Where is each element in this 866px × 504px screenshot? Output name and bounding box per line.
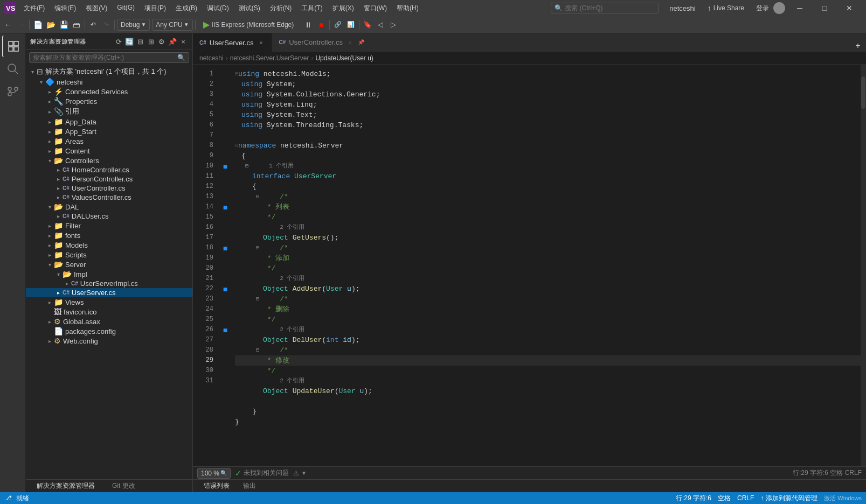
- toolbar-nav-next-btn[interactable]: ▷: [387, 19, 399, 31]
- bottom-tab-errors[interactable]: 错误列表: [197, 480, 236, 493]
- statusbar-space[interactable]: 空格: [718, 494, 731, 503]
- sidebar-settings-btn[interactable]: ⚙: [157, 37, 167, 46]
- debug-config-dropdown[interactable]: Debug ▼: [117, 19, 150, 31]
- activity-git[interactable]: [2, 81, 24, 102]
- live-share-button[interactable]: ↑ Live Share: [702, 3, 750, 13]
- sidebar-show-all-btn[interactable]: ⊞: [146, 37, 156, 46]
- toolbar-bookmark-btn[interactable]: 🔖: [362, 19, 373, 31]
- statusbar-position[interactable]: 行:29 字符:6: [676, 494, 711, 503]
- tree-filter[interactable]: ▸ 📁 Filter: [26, 221, 192, 230]
- menu-window[interactable]: 窗口(W): [359, 3, 391, 14]
- tree-solution-root[interactable]: ▾ ⊟ 解决方案 'netceshi' (1 个项目，共 1 个): [26, 66, 192, 77]
- tree-homecontroller[interactable]: ▸ C# HomeController.cs: [26, 165, 192, 174]
- menu-edit[interactable]: 编辑(E): [50, 3, 80, 14]
- new-tab-btn[interactable]: +: [852, 40, 864, 52]
- toolbar-attach-btn[interactable]: 🔗: [332, 19, 344, 31]
- menu-tools[interactable]: 工具(T): [297, 3, 327, 14]
- toolbar-stop-btn[interactable]: ■: [315, 19, 327, 31]
- tree-scripts[interactable]: ▸ 📁 Scripts: [26, 250, 192, 260]
- tree-valuescontroller[interactable]: ▸ C# ValuesController.cs: [26, 193, 192, 202]
- statusbar-encoding[interactable]: CRLF: [737, 494, 754, 502]
- menu-build[interactable]: 生成(B): [171, 3, 202, 14]
- tab-userserver-close[interactable]: ×: [257, 38, 265, 47]
- tree-userserver[interactable]: ▸ C# UserServer.cs: [26, 288, 192, 297]
- zoom-dropdown[interactable]: 100 % 🔍: [197, 468, 231, 479]
- statusbar-manage-code[interactable]: ↑ 添加到源代码管理: [760, 494, 817, 503]
- tree-userserverimpl[interactable]: ▸ C# UserServerImpl.cs: [26, 279, 192, 288]
- code-content[interactable]: ⊟using netceshi.Models; using System; us…: [231, 65, 861, 466]
- fold-23[interactable]: ■: [223, 285, 227, 293]
- tree-favicon[interactable]: ▸ 🖼 favicon.ico: [26, 307, 192, 317]
- title-search-box[interactable]: 🔍: [551, 3, 659, 13]
- tree-app-data[interactable]: ▸ 📁 App_Data: [26, 117, 192, 127]
- menu-view[interactable]: 视图(V): [81, 3, 112, 14]
- toolbar-save-all-btn[interactable]: 🗃: [71, 19, 82, 31]
- close-button[interactable]: ✕: [837, 0, 862, 16]
- sidebar-pin-btn[interactable]: 📌: [168, 37, 177, 46]
- tree-app-start[interactable]: ▸ 📁 App_Start: [26, 127, 192, 136]
- maximize-button[interactable]: □: [812, 0, 837, 16]
- toolbar-undo-btn[interactable]: ↶: [87, 19, 99, 31]
- editor-tab-usercontroller[interactable]: C# UserController.cs × 📌: [272, 33, 371, 52]
- toolbar-open-btn[interactable]: 📂: [45, 19, 57, 31]
- title-search-input[interactable]: [565, 4, 635, 12]
- tree-personcontroller[interactable]: ▸ C# PersonController.cs: [26, 174, 192, 184]
- solution-search-bar[interactable]: 🔍: [29, 52, 189, 63]
- tree-daluser[interactable]: ▸ C# DALUser.cs: [26, 212, 192, 221]
- tree-usercontroller[interactable]: ▸ C# UserController.cs: [26, 184, 192, 193]
- activity-search[interactable]: [2, 58, 24, 80]
- sidebar-close-btn[interactable]: ×: [178, 37, 188, 46]
- menu-extensions[interactable]: 扩展(X): [328, 3, 358, 14]
- menu-file[interactable]: 文件(F): [19, 3, 49, 14]
- statusbar-ready[interactable]: 就绪: [16, 494, 29, 503]
- editor-tab-userserver[interactable]: C# UserServer.cs ×: [193, 33, 272, 52]
- breadcrumb-project[interactable]: netceshi: [199, 54, 224, 62]
- menu-git[interactable]: Git(G): [113, 3, 139, 14]
- toolbar-redo-btn[interactable]: ↷: [100, 19, 112, 31]
- sidebar-refresh-btn[interactable]: 🔄: [124, 37, 134, 46]
- minimize-button[interactable]: ─: [787, 0, 812, 16]
- menu-analyze[interactable]: 分析(N): [266, 3, 296, 14]
- fold-19[interactable]: ■: [223, 244, 227, 253]
- tree-server[interactable]: ▾ 📂 Server: [26, 260, 192, 269]
- statusbar-git-icon[interactable]: ⎇: [4, 494, 12, 502]
- tree-models[interactable]: ▸ 📁 Models: [26, 240, 192, 250]
- platform-dropdown[interactable]: Any CPU ▼: [152, 19, 192, 31]
- tree-fonts[interactable]: ▸ 📁 fonts: [26, 230, 192, 240]
- tree-webconfig[interactable]: ▸ ⚙ Web.config: [26, 336, 192, 346]
- toolbar-pause-btn[interactable]: ⏸: [302, 19, 314, 31]
- breadcrumb-method[interactable]: UpdateUser(User u): [315, 54, 373, 62]
- warning-dropdown[interactable]: ⚠ ▼: [293, 470, 307, 477]
- run-button[interactable]: ▶ IIS Express (Microsoft Edge): [198, 18, 300, 31]
- activity-explorer[interactable]: [2, 36, 24, 57]
- toolbar-nav-prev-btn[interactable]: ◁: [375, 19, 386, 31]
- tree-connected-services[interactable]: ▸ ⚡ Connected Services: [26, 87, 192, 96]
- sidebar-collapse-btn[interactable]: ⊟: [135, 37, 145, 46]
- menu-project[interactable]: 项目(P): [140, 3, 170, 14]
- sidebar-sync-btn[interactable]: ⟳: [114, 37, 123, 46]
- signin-button[interactable]: 登录: [752, 3, 773, 14]
- tree-views[interactable]: ▸ 📁 Views: [26, 297, 192, 307]
- tree-controllers[interactable]: ▾ 📂 Controllers: [26, 156, 192, 165]
- sidebar-bottom-tab-git[interactable]: Git 更改: [106, 480, 142, 493]
- tree-content[interactable]: ▸ 📁 Content: [26, 146, 192, 156]
- tree-dal[interactable]: ▾ 📂 DAL: [26, 202, 192, 212]
- tree-project-netceshi[interactable]: ▾ 🔷 netceshi: [26, 77, 192, 87]
- tab-usercontroller-close[interactable]: ×: [346, 38, 355, 47]
- toolbar-perf-btn[interactable]: 📊: [345, 19, 357, 31]
- toolbar-back-btn[interactable]: ←: [2, 19, 14, 31]
- toolbar-fwd-btn[interactable]: →: [15, 19, 27, 31]
- fold-10[interactable]: ■: [223, 162, 227, 171]
- user-avatar[interactable]: [773, 2, 785, 14]
- statusbar-activate[interactable]: 激活 Windows: [824, 494, 862, 502]
- menu-debug[interactable]: 调试(D): [203, 3, 233, 14]
- toolbar-save-btn[interactable]: 💾: [58, 19, 70, 31]
- menu-test[interactable]: 测试(S): [234, 3, 265, 14]
- tree-areas[interactable]: ▸ 📁 Areas: [26, 136, 192, 146]
- editor-scrollbar-thumb[interactable]: [861, 76, 865, 109]
- sidebar-bottom-tab-solution[interactable]: 解决方案资源管理器: [30, 480, 101, 493]
- fold-15[interactable]: ■: [223, 203, 227, 212]
- tree-global[interactable]: ▸ ⚙ Global.asax: [26, 317, 192, 326]
- solution-search-input[interactable]: [33, 54, 177, 61]
- tree-properties[interactable]: ▸ 🔧 Properties: [26, 96, 192, 106]
